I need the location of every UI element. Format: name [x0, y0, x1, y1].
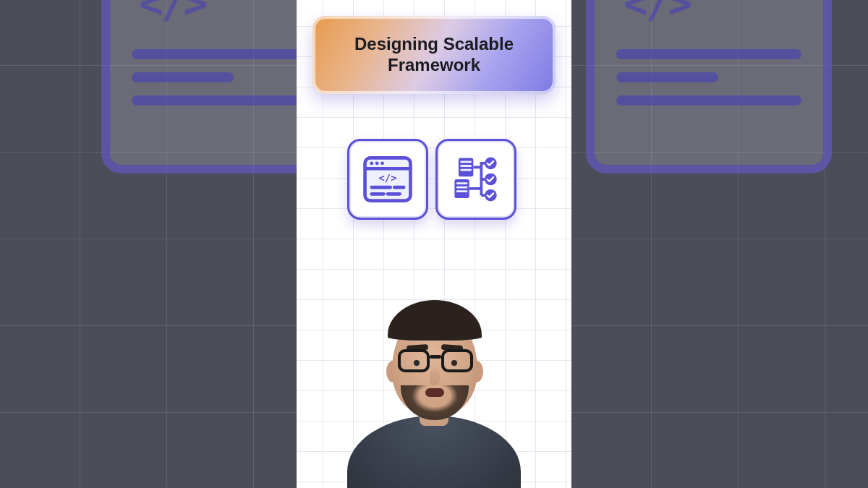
- svg-rect-14: [454, 179, 469, 198]
- code-window-icon: </>: [361, 153, 414, 206]
- presenter-photo: [347, 304, 521, 488]
- checklist-tree-icon: [449, 153, 503, 206]
- svg-point-4: [380, 161, 384, 165]
- title-card: Designing Scalable Framework: [312, 16, 556, 94]
- center-column: Designing Scalable Framework </>: [297, 0, 571, 488]
- svg-point-3: [375, 161, 379, 165]
- svg-rect-10: [459, 158, 473, 176]
- video-frame: </> </> Designing Scalable Framework: [0, 0, 868, 488]
- checklist-tree-card: [435, 139, 516, 220]
- title-text: Designing Scalable Framework: [333, 34, 535, 76]
- svg-text:</>: </>: [378, 172, 396, 184]
- background-ghost-card-right: </>: [586, 0, 832, 174]
- code-window-card: </>: [347, 139, 428, 220]
- svg-point-2: [370, 161, 373, 165]
- icon-card-row: </>: [347, 139, 516, 220]
